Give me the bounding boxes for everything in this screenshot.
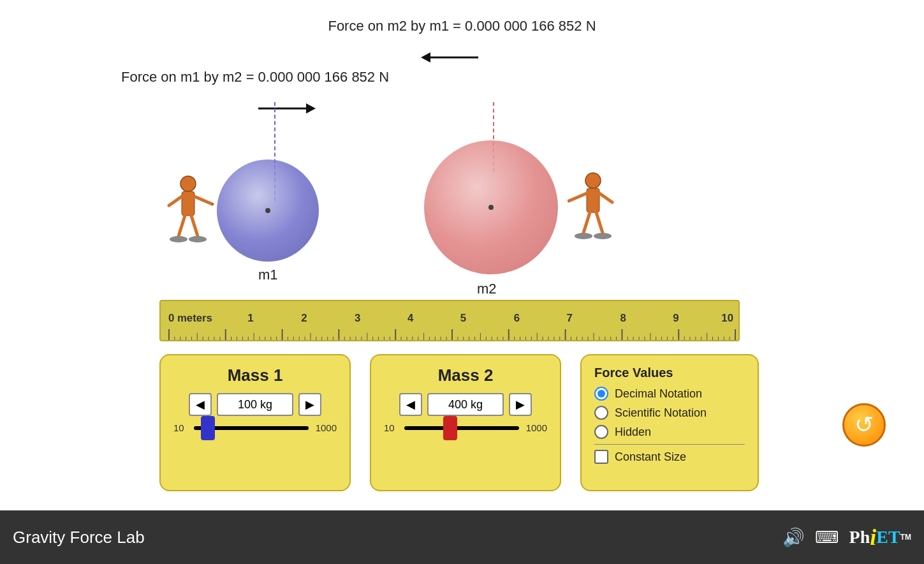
phet-logo[interactable]: Ph i ET TM (849, 524, 911, 551)
mass1-slider-track[interactable] (194, 426, 309, 430)
mass1-min-label: 10 (173, 422, 191, 433)
svg-line-9 (191, 216, 198, 236)
mass1-slider-row: 10 1000 (173, 422, 337, 433)
svg-marker-1 (306, 103, 316, 114)
radio-hidden-label: Hidden (615, 426, 651, 439)
radio-decimal-label: Decimal Notation (615, 387, 702, 401)
mass2-title: Mass 2 (384, 366, 547, 385)
figure-right (568, 169, 619, 255)
radio-scientific-label: Scientific Notation (615, 406, 707, 420)
svg-text:6: 6 (514, 312, 520, 324)
svg-point-10 (170, 236, 187, 242)
svg-text:4: 4 (407, 312, 414, 324)
mass1-max-label: 1000 (311, 422, 337, 433)
svg-point-11 (189, 236, 207, 242)
force-values-panel: Force Values Decimal Notation Scientific… (580, 354, 759, 491)
mass2-min-label: 10 (384, 422, 402, 433)
svg-point-20 (594, 233, 612, 239)
mass1-control: Mass 1 ◀ 100 kg ▶ 10 1000 (159, 354, 351, 491)
sphere-m2-center (488, 205, 494, 210)
svg-text:0 meters: 0 meters (168, 312, 212, 324)
svg-text:1: 1 (247, 312, 253, 324)
svg-text:3: 3 (355, 312, 360, 324)
svg-line-6 (194, 197, 212, 204)
mass2-slider-thumb[interactable] (443, 416, 457, 440)
radio-scientific-button[interactable] (594, 406, 608, 420)
bottom-right-controls: 🔊 ⌨ Ph i ET TM (782, 524, 911, 551)
svg-text:7: 7 (567, 312, 573, 324)
label-m2: m2 (477, 281, 497, 297)
sphere-m1-center (265, 208, 270, 213)
mass1-decrement-button[interactable]: ◀ (189, 393, 212, 416)
mass2-increment-button[interactable]: ▶ (509, 393, 532, 416)
simulation-area: Force on m2 by m1 = 0.000 000 166 852 N … (0, 0, 924, 510)
svg-text:5: 5 (460, 312, 466, 324)
mass2-input-row: ◀ 400 kg ▶ (384, 393, 547, 416)
constant-size-checkbox[interactable] (594, 450, 608, 464)
arrow-m2 (421, 48, 478, 66)
svg-line-16 (599, 193, 612, 202)
refresh-button[interactable]: ↺ (842, 403, 886, 447)
radio-decimal-inner (598, 390, 605, 397)
svg-text:2: 2 (301, 312, 307, 324)
radio-hidden-row[interactable]: Hidden (594, 425, 745, 439)
app-title: Gravity Force Lab (13, 528, 145, 547)
label-m1: m1 (258, 267, 278, 283)
svg-line-17 (583, 212, 590, 233)
mass1-value[interactable]: 100 kg (217, 393, 293, 416)
mass1-input-row: ◀ 100 kg ▶ (173, 393, 337, 416)
svg-point-19 (575, 233, 592, 239)
sphere-m1[interactable] (217, 160, 319, 262)
svg-marker-3 (421, 52, 430, 63)
radio-decimal-row[interactable]: Decimal Notation (594, 387, 745, 401)
svg-text:9: 9 (673, 312, 678, 324)
svg-point-4 (180, 176, 196, 191)
mass2-slider-track[interactable] (404, 426, 519, 430)
mass1-title: Mass 1 (173, 366, 337, 385)
mass2-value[interactable]: 400 kg (427, 393, 504, 416)
mass2-decrement-button[interactable]: ◀ (399, 393, 422, 416)
keyboard-icon[interactable]: ⌨ (815, 528, 839, 547)
force-label-m2: Force on m2 by m1 = 0.000 000 166 852 N (328, 18, 596, 34)
mass1-increment-button[interactable]: ▶ (298, 393, 321, 416)
svg-line-18 (596, 212, 603, 233)
radio-hidden-button[interactable] (594, 425, 608, 439)
ruler: 0 meters 1 2 3 4 5 6 7 8 9 10 (159, 300, 740, 341)
svg-text:10: 10 (721, 312, 733, 324)
mass2-slider-row: 10 1000 (384, 422, 547, 433)
constant-size-label: Constant Size (615, 450, 686, 464)
svg-line-7 (169, 197, 182, 205)
svg-point-13 (585, 173, 601, 188)
svg-line-8 (179, 216, 185, 236)
mass2-control: Mass 2 ◀ 400 kg ▶ 10 1000 (370, 354, 561, 491)
sound-icon[interactable]: 🔊 (782, 527, 805, 548)
svg-text:8: 8 (620, 312, 626, 324)
radio-decimal-button[interactable] (594, 387, 608, 401)
svg-rect-5 (182, 191, 194, 216)
constant-size-row[interactable]: Constant Size (594, 450, 745, 464)
force-label-m1: Force on m1 by m2 = 0.000 000 166 852 N (121, 69, 389, 85)
fv-divider (594, 444, 745, 445)
force-values-title: Force Values (594, 366, 745, 380)
svg-rect-14 (587, 188, 599, 212)
figure-left (163, 172, 214, 258)
bottom-bar: Gravity Force Lab 🔊 ⌨ Ph i ET TM (0, 510, 924, 564)
refresh-icon: ↺ (854, 412, 874, 438)
sphere-m2[interactable] (424, 140, 558, 274)
svg-line-15 (569, 193, 587, 201)
arrow-m1 (258, 100, 316, 117)
mass2-max-label: 1000 (522, 422, 547, 433)
controls-panel: Mass 1 ◀ 100 kg ▶ 10 1000 Mass 2 ◀ 400 k… (159, 354, 759, 491)
radio-scientific-row[interactable]: Scientific Notation (594, 406, 745, 420)
mass1-slider-thumb[interactable] (201, 416, 215, 440)
